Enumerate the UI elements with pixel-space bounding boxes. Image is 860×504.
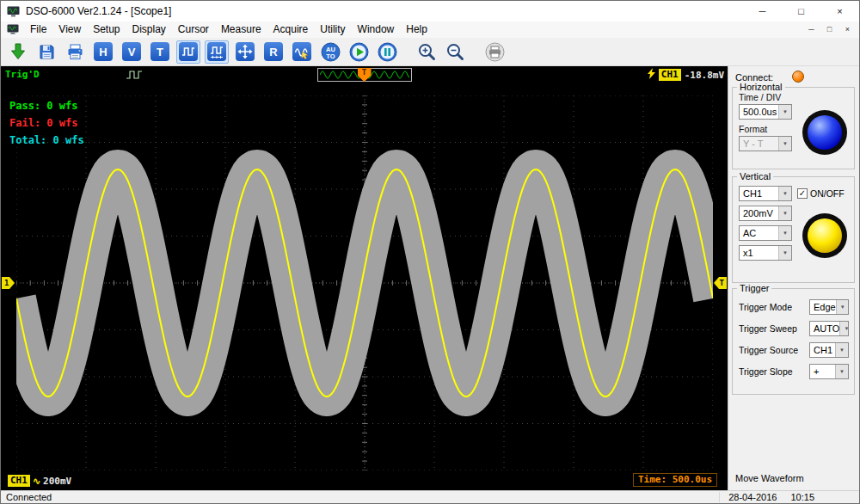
square-wave-icon: [179, 42, 198, 61]
auto-set-button[interactable]: AUTO: [318, 40, 342, 64]
menu-bar-items: FileViewSetupDisplayCursorMeasureAcquire…: [24, 22, 433, 38]
menu-utility[interactable]: Utility: [314, 22, 351, 38]
chevron-down-icon: ▼: [836, 300, 849, 314]
screen-print-icon: [485, 42, 505, 62]
scope-canvas: [16, 95, 713, 470]
connect-device-button[interactable]: [6, 40, 30, 64]
vertical-setup-button[interactable]: V: [120, 40, 144, 64]
cross-arrows-icon: [236, 42, 255, 61]
channel-row: CH1 ▼ ✓ ON/OFF: [733, 186, 854, 201]
menu-cursor[interactable]: Cursor: [172, 22, 215, 38]
control-panel: Connect: Horizontal Time / DIV 500.0us ▼…: [728, 66, 859, 490]
pause-button[interactable]: [375, 40, 399, 64]
green-arrow-icon: [9, 42, 28, 61]
square-wave-ruler-icon: [207, 42, 226, 61]
scope-display[interactable]: Pass: 0 wfs Fail: 0 wfs Total: 0 wfs 1 T…: [1, 83, 728, 490]
menu-measure[interactable]: Measure: [215, 22, 267, 38]
app-icon: [7, 5, 21, 17]
fail-count: Fail: 0 wfs: [9, 114, 84, 132]
move-waveform-label: Move Waveform: [735, 473, 804, 483]
trigger-row-label: Trigger Sweep: [739, 323, 797, 334]
waveform-display-button[interactable]: [176, 40, 200, 64]
minimize-button[interactable]: ─: [743, 1, 782, 22]
status-time: 10:15: [790, 492, 814, 502]
horizontal-group-title: Horizontal: [737, 82, 785, 92]
menu-display[interactable]: Display: [126, 22, 172, 38]
format-select: Y - T ▼: [739, 136, 792, 151]
toolbar: HVTRAUTO: [1, 38, 859, 66]
trigger-channel-badge: CH1: [659, 69, 681, 81]
format-value: Y - T: [740, 138, 778, 149]
scale-readout: 200mV: [43, 476, 71, 487]
timebase-readout: Time: 500.0us: [633, 473, 717, 487]
trigger-level-readout: -18.8mV: [685, 70, 724, 81]
run-button[interactable]: [347, 40, 371, 64]
zoom-out-button[interactable]: [443, 40, 467, 64]
trigger-readout: CH1 -18.8mV: [648, 68, 724, 82]
mdi-restore-button[interactable]: □: [820, 22, 838, 37]
trigger-position-label: T: [362, 68, 366, 82]
mask-stats: Pass: 0 wfs Fail: 0 wfs Total: 0 wfs: [9, 97, 84, 149]
mdi-close-button[interactable]: ×: [838, 22, 857, 37]
horizontal-setup-button[interactable]: H: [91, 40, 115, 64]
pass-count: Pass: 0 wfs: [9, 97, 84, 114]
probe-select[interactable]: x1 ▼: [739, 245, 792, 261]
trigger-row-label: Trigger Mode: [739, 302, 792, 312]
letter-icon: H: [94, 42, 113, 61]
scale-select[interactable]: 200mV ▼: [739, 206, 792, 221]
mdi-minimize-button[interactable]: ─: [802, 22, 820, 37]
channel-onoff-checkbox[interactable]: ✓ ON/OFF: [797, 188, 845, 199]
save-button[interactable]: [34, 40, 58, 64]
onoff-label: ON/OFF: [810, 188, 845, 199]
coupling-symbol: ∿: [33, 476, 40, 487]
trigger-row: Trigger ModeEdge▼: [739, 299, 849, 315]
copy-screen-button[interactable]: [482, 40, 507, 64]
probe-value: x1: [740, 248, 778, 258]
menu-setup[interactable]: Setup: [87, 22, 126, 38]
knob-core: [808, 115, 842, 150]
zoom-out-icon: [445, 42, 465, 62]
trigger-mode-select[interactable]: Edge▼: [809, 299, 849, 315]
horizontal-knob[interactable]: [802, 110, 847, 155]
trigger-level-marker[interactable]: T: [714, 277, 727, 289]
letter-icon: V: [122, 42, 141, 61]
floppy-icon: [38, 43, 56, 61]
maximize-button[interactable]: □: [782, 1, 820, 22]
menu-help[interactable]: Help: [400, 22, 433, 38]
trigger-status: Trig'D: [5, 69, 40, 80]
channel-select[interactable]: CH1 ▼: [739, 186, 792, 201]
trigger-setup-button[interactable]: T: [148, 40, 172, 64]
pass-fail-button[interactable]: [205, 40, 229, 64]
pause-icon: [378, 42, 397, 62]
scale-value: 200mV: [740, 208, 778, 218]
display-fit-button[interactable]: [233, 40, 257, 64]
letter-icon: T: [150, 42, 169, 61]
main-area: Trig'D T CH1 -18.8mV: [1, 66, 859, 490]
connect-indicator[interactable]: [792, 71, 804, 83]
trigger-group: Trigger Trigger ModeEdge▼Trigger SweepAU…: [732, 288, 855, 395]
channel-value: CH1: [740, 188, 778, 199]
ch1-level-marker[interactable]: 1: [2, 277, 15, 289]
menu-acquire[interactable]: Acquire: [267, 22, 315, 38]
menu-window[interactable]: Window: [352, 22, 401, 38]
printer-icon: [66, 43, 84, 61]
menu-view[interactable]: View: [52, 22, 87, 38]
window-title: DSO-6000 Ver2.1.24 - [Scope1]: [26, 5, 171, 17]
zoom-in-button[interactable]: [415, 40, 439, 64]
trigger-slope-select[interactable]: +▼: [809, 364, 849, 379]
refresh-button[interactable]: R: [261, 40, 286, 64]
coupling-select[interactable]: AC ▼: [739, 225, 792, 241]
close-button[interactable]: ×: [820, 1, 859, 22]
trigger-source-select[interactable]: CH1▼: [809, 342, 849, 358]
chevron-down-icon: ▼: [778, 105, 791, 119]
trigger-sweep-select[interactable]: AUTO▼: [809, 321, 849, 336]
cursor-measure-button[interactable]: [290, 40, 314, 64]
menu-file[interactable]: File: [24, 22, 52, 38]
menu-bar: FileViewSetupDisplayCursorMeasureAcquire…: [1, 22, 859, 38]
print-button[interactable]: [63, 40, 87, 64]
time-div-select[interactable]: 500.0us ▼: [739, 104, 792, 120]
chevron-down-icon: ▼: [778, 206, 791, 220]
vertical-knob[interactable]: [802, 213, 847, 258]
trigger-coupling-icon: [126, 70, 143, 80]
vertical-group-title: Vertical: [737, 171, 773, 181]
